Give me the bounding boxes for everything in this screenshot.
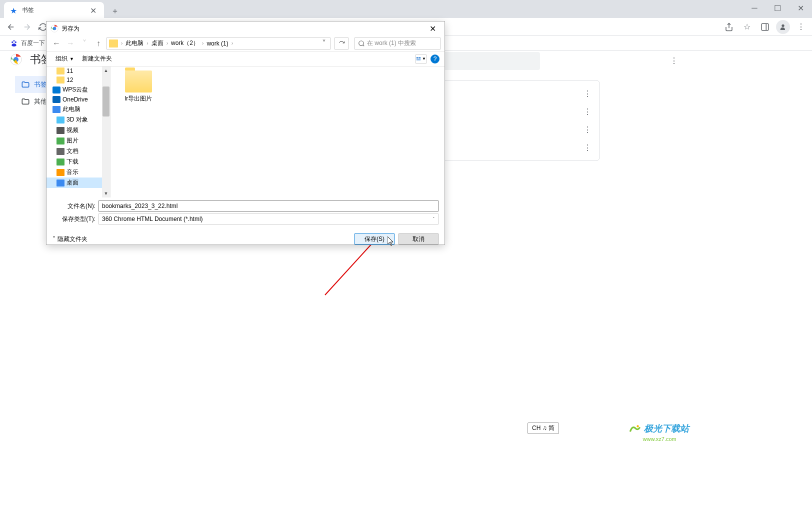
scroll-down-icon[interactable]: ▼	[102, 190, 110, 198]
svg-rect-13	[418, 57, 420, 58]
breadcrumb-item[interactable]: work（2）	[169, 39, 201, 48]
breadcrumb-dropdown-icon[interactable]: ˅	[320, 38, 328, 48]
ime-indicator[interactable]: CH ♫ 简	[528, 422, 559, 434]
tree-item[interactable]: 11	[46, 66, 110, 76]
tree-item-downloads[interactable]: 下载	[46, 156, 110, 167]
star-icon: ★	[10, 6, 18, 14]
nav-up-button[interactable]: ↑	[92, 38, 104, 50]
more-dots-icon[interactable]: ⋮	[584, 89, 592, 98]
nav-back-button[interactable]: ←	[50, 38, 62, 50]
tree-scrollbar[interactable]: ▲ ▼	[102, 66, 110, 198]
tree-item-music[interactable]: 音乐	[46, 167, 110, 178]
file-list[interactable]: lr导出图片	[110, 66, 444, 198]
video-icon	[56, 127, 64, 134]
chevron-right-icon[interactable]: ›	[120, 40, 124, 46]
tree-item-documents[interactable]: 文档	[46, 146, 110, 156]
more-dots-icon[interactable]: ⋮	[584, 143, 592, 152]
nav-recent-button[interactable]: ˅	[78, 38, 90, 50]
new-folder-button[interactable]: 新建文件夹	[78, 52, 116, 65]
svg-point-5	[14, 40, 15, 42]
tab-title: 书签	[22, 6, 90, 14]
bookmarks-menu-icon[interactable]: ⋮	[670, 56, 678, 66]
browser-tab[interactable]: ★ 书签 ✕	[4, 2, 104, 18]
cancel-button[interactable]: 取消	[398, 234, 438, 244]
chrome-icon	[50, 24, 58, 32]
svg-point-2	[782, 24, 784, 26]
file-name: lr导出图片	[125, 94, 152, 103]
dialog-footer: ˄ 隐藏文件夹 保存(S) 取消	[46, 230, 444, 248]
tree-item-desktop[interactable]: 桌面	[46, 178, 110, 188]
folder-tree[interactable]: 11 12 WPS云盘 OneDrive 此电脑 3D 对象 视频 图片 文档 …	[46, 66, 110, 198]
organize-button[interactable]: 组织 ▼	[52, 52, 78, 65]
chevron-right-icon[interactable]: ›	[146, 40, 149, 46]
watermark-icon	[628, 423, 641, 436]
share-icon[interactable]	[722, 20, 736, 34]
tree-item-3d[interactable]: 3D 对象	[46, 114, 110, 125]
chevron-right-icon[interactable]: ›	[230, 40, 234, 46]
view-mode-button[interactable]: ▼	[416, 54, 426, 64]
dialog-titlebar[interactable]: 另存为 ✕	[46, 22, 444, 36]
new-tab-button[interactable]: ＋	[108, 4, 122, 18]
scroll-up-icon[interactable]: ▲	[102, 66, 110, 74]
more-dots-icon[interactable]: ⋮	[584, 125, 592, 134]
minimize-button[interactable]: ─	[743, 0, 766, 16]
profile-avatar[interactable]	[776, 20, 790, 34]
refresh-button[interactable]	[334, 38, 348, 50]
breadcrumb-item[interactable]: 桌面	[150, 39, 166, 48]
chevron-right-icon[interactable]: ›	[166, 40, 169, 46]
menu-dots-icon[interactable]: ⋮	[794, 20, 808, 34]
file-item[interactable]: lr导出图片	[118, 70, 158, 103]
dialog-title: 另存为	[62, 24, 424, 33]
tab-close-icon[interactable]: ✕	[90, 6, 98, 14]
svg-rect-12	[416, 57, 418, 58]
breadcrumb-item[interactable]: work (1)	[204, 40, 230, 47]
back-button[interactable]	[4, 20, 18, 34]
star-outline-icon[interactable]: ☆	[740, 20, 754, 34]
dialog-fields: 文件名(N): 保存类型(T): 360 Chrome HTML Documen…	[46, 198, 444, 230]
svg-line-11	[363, 44, 364, 46]
nav-forward-button[interactable]: →	[64, 38, 76, 50]
folder-icon	[56, 68, 64, 74]
breadcrumb-item[interactable]: 此电脑	[124, 39, 146, 48]
svg-point-4	[15, 41, 16, 42]
scroll-thumb[interactable]	[102, 86, 110, 116]
svg-rect-15	[416, 60, 420, 60]
new-folder-label: 新建文件夹	[82, 54, 112, 63]
help-button[interactable]: ?	[430, 54, 440, 64]
pc-icon	[52, 106, 60, 113]
close-window-button[interactable]: ✕	[789, 0, 812, 16]
folder-icon	[56, 76, 64, 84]
search-icon	[358, 40, 365, 47]
tree-item-wps[interactable]: WPS云盘	[46, 84, 110, 95]
filename-input[interactable]	[98, 200, 438, 212]
forward-button[interactable]	[20, 20, 34, 34]
tree-item-onedrive[interactable]: OneDrive	[46, 95, 110, 104]
save-button[interactable]: 保存(S)	[354, 234, 394, 244]
dialog-search-input[interactable]: 在 work (1) 中搜索	[354, 38, 440, 50]
dialog-body: 11 12 WPS云盘 OneDrive 此电脑 3D 对象 视频 图片 文档 …	[46, 66, 444, 198]
chrome-logo-icon	[10, 54, 22, 66]
hide-folders-label: 隐藏文件夹	[58, 235, 88, 244]
svg-point-3	[12, 41, 13, 42]
organize-label: 组织	[56, 54, 68, 63]
dialog-close-button[interactable]: ✕	[424, 22, 440, 34]
watermark: 极光下载站 www.xz7.com	[628, 422, 689, 442]
breadcrumb-bar[interactable]: › 此电脑 › 桌面 › work（2） › work (1) › ˅	[106, 38, 330, 50]
search-placeholder: 在 work (1) 中搜索	[367, 39, 416, 48]
tree-item[interactable]: 12	[46, 76, 110, 84]
panel-icon[interactable]	[758, 20, 772, 34]
cube-icon	[56, 116, 64, 124]
svg-point-18	[636, 425, 638, 427]
tree-item-pc[interactable]: 此电脑	[46, 104, 110, 114]
hide-folders-toggle[interactable]: ˄ 隐藏文件夹	[52, 235, 88, 244]
more-dots-icon[interactable]: ⋮	[584, 107, 592, 116]
tree-item-video[interactable]: 视频	[46, 125, 110, 136]
filename-label: 文件名(N):	[52, 202, 98, 210]
filetype-select[interactable]: 360 Chrome HTML Document (*.html) ˅	[98, 214, 438, 224]
music-icon	[56, 169, 64, 176]
svg-point-10	[359, 40, 364, 45]
onedrive-icon	[52, 96, 60, 103]
tree-item-pictures[interactable]: 图片	[46, 136, 110, 146]
maximize-button[interactable]: ☐	[766, 0, 789, 16]
chevron-right-icon[interactable]: ›	[201, 40, 204, 46]
